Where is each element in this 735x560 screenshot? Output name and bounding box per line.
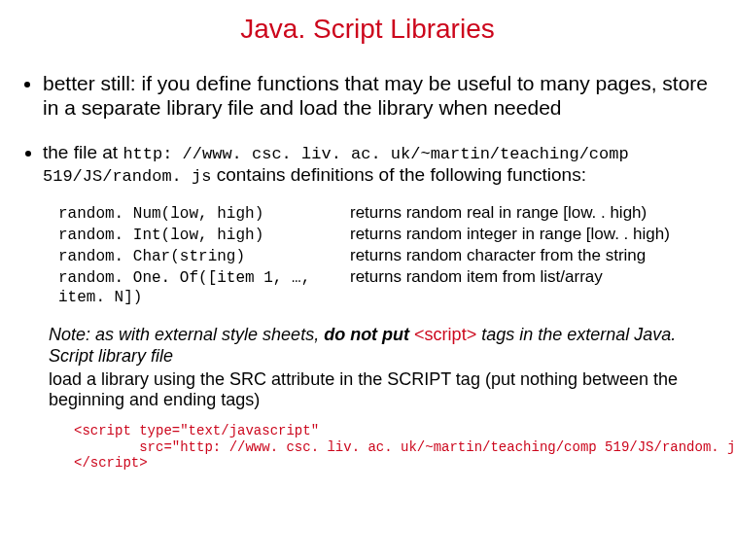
func-description: returns random character from the string <box>350 245 718 265</box>
func-description: returns random item from list/array <box>350 266 718 287</box>
func-signature: random. One. Of([item 1, …, item. N]) <box>58 268 350 307</box>
table-row: random. One. Of([item 1, …, item. N]) re… <box>58 266 718 307</box>
note-block: Note: as with external style sheets, do … <box>49 325 704 412</box>
function-table: random. Num(low, high) returns random re… <box>58 202 718 307</box>
table-row: random. Int(low, high) returns random in… <box>58 224 718 245</box>
func-signature: random. Int(low, high) <box>58 226 350 245</box>
note-lead: Note: as with external style sheets, <box>49 325 324 344</box>
func-description: returns random integer in range [low. . … <box>350 224 718 244</box>
table-row: random. Char(string) returns random char… <box>58 245 718 266</box>
bullet-2-text-a: the file at <box>43 142 122 162</box>
note-bold: do not put <box>324 325 414 344</box>
func-signature: random. Num(low, high) <box>58 204 350 224</box>
bullet-2-text-b: contains definitions of the following fu… <box>211 164 586 185</box>
func-description: returns random real in range [low. . hig… <box>350 202 718 223</box>
bullet-2: the file at http: //www. csc. liv. ac. u… <box>43 142 718 187</box>
note-script-tag: <script> <box>414 325 476 344</box>
slide-title: Java. Script Libraries <box>18 14 718 45</box>
func-signature: random. Char(string) <box>58 247 350 266</box>
code-block: <script type="text/javascript" src="http… <box>74 423 718 472</box>
bullet-1: better still: if you define functions th… <box>43 72 718 121</box>
note-line2: load a library using the SRC attribute i… <box>49 369 704 412</box>
table-row: random. Num(low, high) returns random re… <box>58 202 718 224</box>
